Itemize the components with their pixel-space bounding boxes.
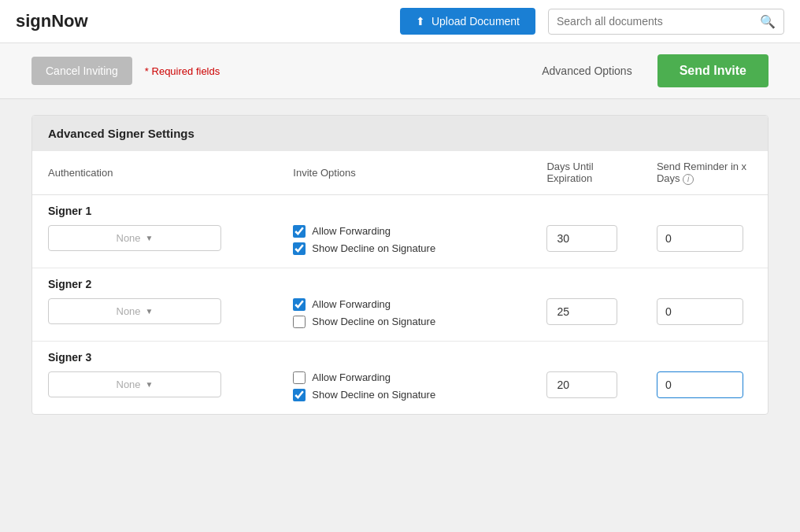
allow-forwarding-text: Allow Forwarding	[312, 298, 391, 310]
signer-3-show-decline-checkbox[interactable]	[293, 389, 306, 401]
signer-2-reminder-cell	[641, 295, 768, 342]
signer-1-label-row: Signer 1	[32, 194, 768, 222]
allow-forwarding-text: Allow Forwarding	[312, 371, 391, 383]
signer-2-reminder-input[interactable]	[657, 298, 743, 325]
signer-3-fields-row: None ▼ Allow Forwarding Show Decline on …	[32, 368, 768, 414]
signer-2-auth-cell: None ▼	[32, 295, 277, 342]
signer-3-label-row: Signer 3	[32, 342, 768, 368]
signer-3-auth-cell: None ▼	[32, 368, 277, 414]
signer-1-show-decline-label[interactable]: Show Decline on Signature	[293, 242, 515, 255]
signer-3-allow-forwarding-label[interactable]: Allow Forwarding	[293, 371, 515, 384]
signer-3-allow-forwarding-checkbox[interactable]	[293, 371, 306, 384]
signer-1-show-decline-checkbox[interactable]	[293, 242, 306, 255]
signer-1-days-expiration-input[interactable]	[546, 225, 617, 252]
signer-3-invite-options: Allow Forwarding Show Decline on Signatu…	[293, 371, 515, 401]
signer-1-invite-options: Allow Forwarding Show Decline on Signatu…	[293, 225, 515, 255]
required-fields-text: Required fields	[152, 65, 220, 77]
signer-1-fields-row: None ▼ Allow Forwarding Show Decline on …	[32, 222, 768, 268]
signer-1-days-expiration-cell	[531, 222, 641, 268]
signer-2-invite-options: Allow Forwarding Show Decline on Signatu…	[293, 298, 515, 328]
signer-2-invite-options-cell: Allow Forwarding Show Decline on Signatu…	[277, 295, 531, 342]
settings-title: Advanced Signer Settings	[32, 116, 768, 151]
cancel-inviting-button[interactable]: Cancel Inviting	[31, 57, 132, 85]
signer-1-reminder-input[interactable]	[657, 225, 743, 252]
toolbar: Cancel Inviting * Required fields Advanc…	[0, 43, 800, 99]
signer-1-reminder-cell	[641, 222, 768, 268]
required-fields-label: * Required fields	[145, 65, 220, 77]
col-days-expiration: Days Until Expiration	[531, 151, 641, 194]
signer-3-auth-value: None	[117, 379, 141, 390]
signer-1-invite-options-cell: Allow Forwarding Show Decline on Signatu…	[277, 222, 531, 268]
logo: signNow	[16, 11, 88, 31]
signer-2-auth-value: None	[117, 305, 141, 317]
main-content: Advanced Signer Settings Authentication …	[0, 99, 800, 430]
search-bar: 🔍	[548, 9, 784, 35]
upload-document-button[interactable]: ⬆ Upload Document	[400, 8, 535, 35]
signer-3-reminder-cell	[641, 368, 768, 414]
signer-1-label: Signer 1	[32, 194, 768, 222]
signer-2-label-row: Signer 2	[32, 268, 768, 295]
signer-3-invite-options-cell: Allow Forwarding Show Decline on Signatu…	[277, 368, 531, 414]
upload-icon: ⬆	[416, 15, 425, 28]
col-authentication: Authentication	[32, 151, 277, 194]
signer-3-label: Signer 3	[32, 342, 768, 368]
settings-panel: Advanced Signer Settings Authentication …	[31, 115, 769, 415]
signer-2-days-expiration-cell	[531, 295, 641, 342]
signer-3-show-decline-label[interactable]: Show Decline on Signature	[293, 389, 515, 401]
signer-2-days-expiration-input[interactable]	[546, 298, 617, 325]
settings-table: Authentication Invite Options Days Until…	[32, 151, 768, 414]
dropdown-chevron-icon: ▼	[146, 380, 154, 389]
advanced-options-link[interactable]: Advanced Options	[542, 65, 631, 77]
signer-2-show-decline-label[interactable]: Show Decline on Signature	[293, 316, 515, 328]
signer-1-auth-value: None	[117, 232, 141, 244]
allow-forwarding-text: Allow Forwarding	[312, 225, 391, 237]
header: signNow ⬆ Upload Document 🔍	[0, 0, 800, 43]
signer-1-allow-forwarding-label[interactable]: Allow Forwarding	[293, 225, 515, 238]
send-invite-button[interactable]: Send Invite	[657, 54, 769, 87]
search-icon: 🔍	[760, 14, 776, 29]
asterisk: *	[145, 65, 149, 77]
signer-2-fields-row: None ▼ Allow Forwarding Show Decline on …	[32, 295, 768, 342]
signer-3-auth-dropdown[interactable]: None ▼	[48, 371, 221, 397]
signer-1-auth-dropdown[interactable]: None ▼	[48, 225, 221, 251]
dropdown-chevron-icon: ▼	[146, 307, 154, 316]
dropdown-chevron-icon: ▼	[146, 234, 154, 242]
signer-3-days-expiration-input[interactable]	[546, 371, 617, 398]
signer-1-auth-cell: None ▼	[32, 222, 277, 268]
signer-2-show-decline-checkbox[interactable]	[293, 316, 306, 328]
show-decline-text: Show Decline on Signature	[312, 389, 435, 401]
search-input[interactable]	[557, 15, 760, 28]
signer-2-allow-forwarding-checkbox[interactable]	[293, 298, 306, 311]
show-decline-text: Show Decline on Signature	[312, 316, 435, 327]
col-invite-options: Invite Options	[277, 151, 531, 194]
signer-3-days-expiration-cell	[531, 368, 641, 414]
signer-3-reminder-input[interactable]	[657, 371, 743, 398]
signer-2-label: Signer 2	[32, 268, 768, 295]
signer-2-allow-forwarding-label[interactable]: Allow Forwarding	[293, 298, 515, 311]
signer-2-auth-dropdown[interactable]: None ▼	[48, 298, 221, 324]
col-send-reminder: Send Reminder in x Days i	[641, 151, 768, 194]
info-icon[interactable]: i	[683, 174, 694, 185]
signer-1-allow-forwarding-checkbox[interactable]	[293, 225, 306, 238]
show-decline-text: Show Decline on Signature	[312, 242, 435, 254]
